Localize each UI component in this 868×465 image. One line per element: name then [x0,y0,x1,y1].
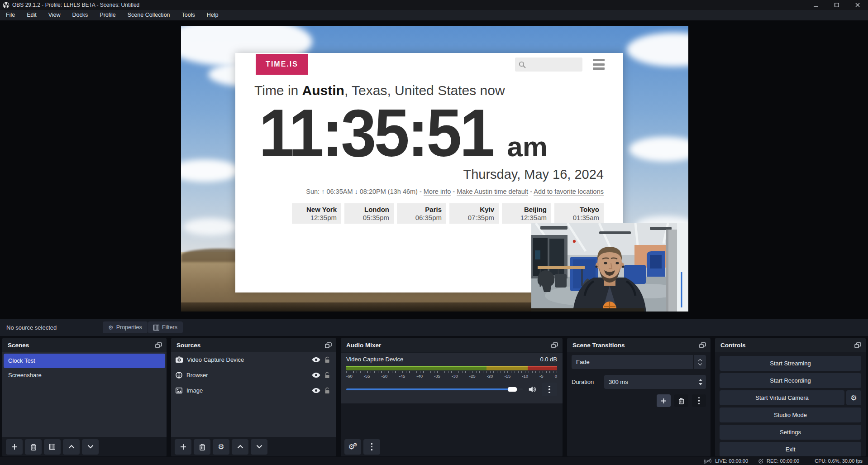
sources-toolbar: ⚙ [171,437,336,456]
search-input [515,58,582,72]
preview-area: TIME.IS Time in Austin, Texas, United St… [0,20,868,319]
menu-profile[interactable]: Profile [94,10,121,20]
search-icon [519,61,526,68]
minimize-button[interactable] [806,0,826,10]
popout-icon[interactable] [551,342,558,348]
move-source-up-button[interactable] [232,439,248,455]
controls-header: Controls [715,338,866,352]
duration-label: Duration [572,379,604,385]
window-title: OBS 29.1.2 - Profile: LLHLS BETA - Scene… [12,2,139,8]
menu-tools[interactable]: Tools [176,10,201,20]
channel-name: Video Capture Device [346,356,403,363]
start-virtual-camera-button[interactable]: Start Virtual Camera [720,390,844,405]
move-scene-up-button[interactable] [63,439,80,455]
lock-icon[interactable] [324,387,330,394]
visibility-eye-icon[interactable] [312,357,320,363]
title-bar: OBS 29.1.2 - Profile: LLHLS BETA - Scene… [0,0,868,10]
move-source-down-button[interactable] [251,439,267,455]
speaker-icon[interactable] [528,386,536,393]
advanced-audio-button[interactable]: ⚙⚙ [344,439,361,455]
record-inactive-icon [758,458,764,464]
webcam-source[interactable] [531,223,688,312]
exit-button[interactable]: Exit [720,442,861,456]
audio-mixer-dock: Audio Mixer Video Capture Device 0.0 dB … [341,338,563,456]
preview-canvas[interactable]: TIME.IS Time in Austin, Texas, United St… [181,26,688,312]
dock-title: Controls [720,342,746,349]
source-item-image[interactable]: Image [171,383,336,398]
remove-scene-button[interactable] [25,439,42,455]
spin-up-icon[interactable] [699,379,702,381]
volume-meter [346,366,557,370]
source-item-browser[interactable]: Browser [171,367,336,383]
dock-title: Sources [176,342,200,349]
timeis-logo: TIME.IS [256,54,308,75]
popout-icon[interactable] [325,342,332,348]
mixer-options-button[interactable] [363,439,380,455]
controls-body: Start Streaming Start Recording Start Vi… [720,353,861,456]
settings-button[interactable]: Settings [720,425,861,440]
sun-info-line: Sun: ↑ 06:35AM ↓ 08:20PM (13h 46m) - Mor… [254,188,604,195]
city-box: Beijing12:35am [502,203,551,224]
popout-icon[interactable] [699,342,706,348]
duration-spinbox[interactable]: 300 ms [604,375,706,389]
volume-slider[interactable] [346,388,523,390]
move-scene-down-button[interactable] [82,439,99,455]
world-cities-row: New York12:35pm London05:35pm Paris06:35… [254,203,604,224]
menu-file[interactable]: File [0,10,21,20]
digital-clock: 11:35:51 am [259,96,548,159]
more-info-link: More info [424,188,451,196]
stream-inactive-icon [703,458,712,464]
maximize-button[interactable] [826,0,847,10]
start-recording-button[interactable]: Start Recording [720,373,861,388]
visibility-eye-icon[interactable] [312,388,320,393]
volume-slider-handle[interactable] [508,387,517,392]
kebab-menu-icon [548,386,550,393]
popout-icon[interactable] [854,342,861,348]
city-box: Kyiv07:35pm [449,203,499,224]
remove-transition-button[interactable] [674,394,688,407]
source-item-video-capture[interactable]: Video Capture Device [171,352,336,367]
hamburger-menu-icon [593,59,605,70]
spin-down-icon[interactable] [699,383,702,385]
scene-item-screenshare[interactable]: Screenshare [2,368,167,383]
cpu-fps-stats: CPU: 0.6%, 30.00 fps [815,458,863,464]
start-streaming-button[interactable]: Start Streaming [720,356,861,371]
globe-icon [176,372,182,379]
filters-button[interactable]: Filters [148,321,183,333]
popout-icon[interactable] [155,342,162,348]
gear-icon: ⚙ [850,394,857,402]
lock-icon[interactable] [324,356,330,363]
mixer-toolbar: ⚙⚙ [341,437,563,456]
source-list: Video Capture Device Browser Image [171,352,336,437]
studio-mode-button[interactable]: Studio Mode [720,407,861,422]
channel-options-button[interactable] [542,383,557,396]
transition-select[interactable]: Fade [572,355,706,369]
add-scene-button[interactable] [6,439,23,455]
visibility-eye-icon[interactable] [312,372,320,378]
properties-button[interactable]: ⚙ Properties [103,321,148,333]
lock-icon[interactable] [324,372,330,379]
scene-item-clock-test[interactable]: Clock Test [4,354,165,368]
virtual-camera-settings-button[interactable]: ⚙ [846,390,861,405]
close-button[interactable] [847,0,868,10]
menu-edit[interactable]: Edit [21,10,43,20]
meter-tick-labels: -60-55-50-45-40-35-30-25-20-15-10-50 [346,374,557,379]
kebab-menu-icon [371,443,373,451]
cloud [629,137,688,162]
scene-filters-button[interactable] [44,439,61,455]
audio-mixer-header: Audio Mixer [341,338,563,352]
menu-docks[interactable]: Docks [67,10,94,20]
transition-options-button[interactable] [692,394,706,407]
menu-help[interactable]: Help [201,10,224,20]
spin-arrows[interactable] [699,375,702,389]
cloud [183,218,238,235]
add-source-button[interactable] [175,439,191,455]
menu-view[interactable]: View [43,10,67,20]
menu-scene-collection[interactable]: Scene Collection [122,10,176,20]
source-properties-button[interactable]: ⚙ [213,439,229,455]
current-date: Thursday, May 16, 2024 [254,167,604,182]
scenes-dock-header: Scenes [2,338,167,352]
add-transition-button[interactable] [657,394,671,407]
remove-source-button[interactable] [194,439,210,455]
chevron-down-icon [698,361,701,365]
